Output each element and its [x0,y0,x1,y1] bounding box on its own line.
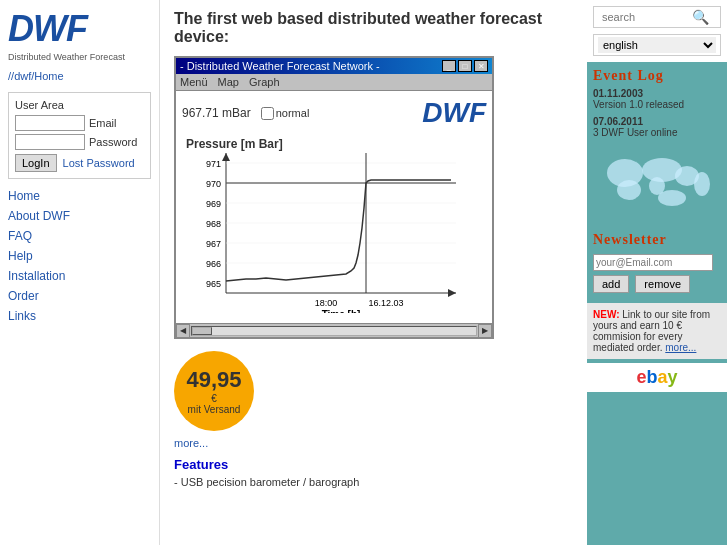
pressure-chart: 971 970 969 968 967 966 965 [186,153,476,313]
app-menubar: Menü Map Graph [176,74,492,91]
ebay-area: ebay [587,363,727,392]
newsletter-title: Newsletter [593,232,721,248]
promo-new-label: NEW: [593,309,619,320]
event-date-2: 07.06.2011 [593,116,643,127]
language-row: english deutsch français [593,34,721,56]
nav-menu: Home About DWF FAQ Help Installation Ord… [8,189,151,323]
svg-marker-20 [222,153,230,161]
features-title: Features [174,457,573,472]
breadcrumb-dwf-link[interactable]: dwf [14,70,31,82]
scroll-right-button[interactable]: ▶ [478,324,492,338]
nav-faq[interactable]: FAQ [8,229,151,243]
promo-more-link[interactable]: more... [665,342,696,353]
svg-point-29 [658,190,686,206]
scroll-track[interactable] [191,326,477,336]
chart-area: Pressure [m Bar] 971 970 969 968 [182,133,486,317]
price-badge: 49,95 € mit Versand [174,351,254,431]
event-date-1: 01.11.2003 [593,88,643,99]
menu-item-map[interactable]: Map [218,76,239,88]
main-content: The first web based distributed weather … [160,0,587,545]
event-text-1: Version 1.0 released [593,99,684,110]
app-status-row: 967.71 mBar normal DWF [182,97,486,129]
svg-marker-21 [448,289,456,297]
nav-links[interactable]: Links [8,309,151,323]
search-input[interactable] [598,9,688,25]
password-label: Password [89,136,137,148]
ebay-y: y [668,367,678,387]
breadcrumb-home-link[interactable]: Home [34,70,63,82]
scroll-thumb[interactable] [192,327,212,335]
newsletter-email-field[interactable] [593,254,713,271]
svg-point-24 [617,180,641,200]
main-title: The first web based distributed weather … [174,10,554,46]
app-scrollbar: ◀ ▶ [176,323,492,337]
close-button[interactable]: ✕ [474,60,488,72]
login-row: LogIn Lost Password [15,154,144,172]
right-top: 🔍 english deutsch français [587,0,727,62]
scroll-left-button[interactable]: ◀ [176,324,190,338]
app-dwf-logo: DWF [422,97,486,129]
logo-area: DWF Distributed Weather Forecast [8,8,151,62]
app-title: - Distributed Weather Forecast Network - [180,60,380,72]
normal-label: normal [276,107,310,119]
ebay-e: e [636,367,646,387]
password-row: Password [15,134,144,150]
svg-text:970: 970 [206,179,221,189]
svg-text:966: 966 [206,259,221,269]
svg-text:965: 965 [206,279,221,289]
search-button[interactable]: 🔍 [692,9,709,25]
user-area-label: User Area [15,99,144,111]
nav-help[interactable]: Help [8,249,151,263]
ebay-logo: ebay [591,367,723,388]
ebay-a: a [657,367,667,387]
password-field[interactable] [15,134,85,150]
event-item-1: 01.11.2003 Version 1.0 released [593,88,721,110]
breadcrumb: //dwf/Home [8,70,151,82]
svg-text:968: 968 [206,219,221,229]
svg-text:971: 971 [206,159,221,169]
normal-checkbox-area: normal [261,107,310,120]
event-log-title: Event Log [593,68,721,84]
minimize-button[interactable]: _ [442,60,456,72]
price-currency: € [211,393,217,404]
event-text-2: 3 DWF User online [593,127,677,138]
maximize-button[interactable]: □ [458,60,472,72]
menu-item-menu[interactable]: Menü [180,76,208,88]
app-window: - Distributed Weather Forecast Network -… [174,56,494,339]
newsletter-section: Newsletter add remove [587,226,727,299]
pressure-reading: 967.71 mBar [182,106,251,120]
svg-text:967: 967 [206,239,221,249]
nav-installation[interactable]: Installation [8,269,151,283]
price-main: 49,95 [186,367,241,393]
language-select[interactable]: english deutsch français [598,37,716,53]
login-button[interactable]: LogIn [15,154,57,172]
nav-order[interactable]: Order [8,289,151,303]
svg-text:969: 969 [206,199,221,209]
svg-text:18:00: 18:00 [315,298,338,308]
app-titlebar: - Distributed Weather Forecast Network -… [176,58,492,74]
logo-dwf: DWF [8,8,87,50]
newsletter-remove-button[interactable]: remove [635,275,690,293]
event-log-section: Event Log 01.11.2003 Version 1.0 release… [587,62,727,226]
menu-item-graph[interactable]: Graph [249,76,280,88]
normal-checkbox[interactable] [261,107,274,120]
newsletter-add-button[interactable]: add [593,275,629,293]
newsletter-buttons: add remove [593,275,721,293]
svg-point-28 [694,172,710,196]
app-titlebar-buttons: _ □ ✕ [442,60,488,72]
search-row: 🔍 [593,6,721,28]
user-area-box: User Area Email Password LogIn Lost Pass… [8,92,151,179]
app-body: 967.71 mBar normal DWF Pressure [m Bar] [176,91,492,323]
lost-password-link[interactable]: Lost Password [63,157,135,169]
nav-home[interactable]: Home [8,189,151,203]
nav-about[interactable]: About DWF [8,209,151,223]
logo-subtitle: Distributed Weather Forecast [8,52,151,62]
ebay-b: b [646,367,657,387]
email-row: Email [15,115,144,131]
email-field[interactable] [15,115,85,131]
price-shipping: mit Versand [188,404,241,415]
more-link[interactable]: more... [174,437,573,449]
email-label: Email [89,117,117,129]
world-map-svg [597,148,717,213]
promo-section: NEW: Link to our site from yours and ear… [587,303,727,359]
